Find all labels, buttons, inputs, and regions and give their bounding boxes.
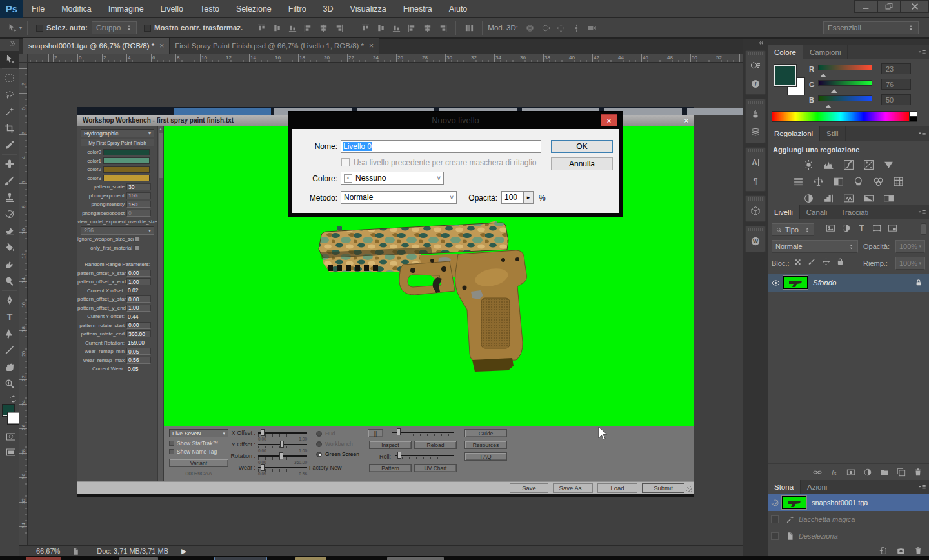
menu-visualizza[interactable]: Visualizza	[342, 0, 395, 18]
channel-gradient-slider[interactable]	[818, 80, 872, 86]
layer-color-dropdown[interactable]: × Nessuno ˅	[341, 172, 444, 185]
channel-value-input[interactable]: 50	[881, 94, 911, 105]
parameter-checkbox[interactable]	[134, 245, 139, 250]
channel-mixer-adjustment-button[interactable]	[872, 175, 886, 187]
new-group-folder-button[interactable]	[880, 468, 889, 477]
workbench-close-button[interactable]: ×	[684, 117, 688, 125]
3d-panel-button[interactable]	[746, 202, 765, 220]
taskbar-app-icon[interactable]	[214, 557, 267, 560]
menu-selezione[interactable]: Selezione	[228, 0, 280, 18]
resources-button[interactable]: Resources	[464, 441, 507, 449]
tab-stili[interactable]: Stili	[820, 126, 846, 141]
menu-immagine[interactable]: Immagine	[100, 0, 152, 18]
tool-line[interactable]	[0, 342, 19, 359]
layer-filter-dropdown[interactable]: Tipo	[772, 223, 814, 236]
color-lookup-adjustment-button[interactable]	[892, 175, 906, 187]
tool-smudge[interactable]	[0, 256, 19, 273]
drag-grip[interactable]	[748, 52, 763, 55]
3d-roll-icon[interactable]	[538, 21, 552, 34]
drag-grip[interactable]	[748, 101, 763, 104]
finish-style-dropdown[interactable]: Hydrographic▾	[81, 129, 154, 137]
history-item[interactable]: Deseleziona	[768, 528, 929, 545]
smart-object-filter-button[interactable]	[888, 223, 897, 233]
tool-brush[interactable]	[0, 172, 19, 189]
lock-all-button[interactable]	[836, 257, 844, 266]
history-source-checkbox[interactable]	[771, 532, 779, 540]
variant-button[interactable]: Variant	[169, 459, 228, 467]
3d-slide-icon[interactable]	[569, 21, 583, 34]
tool-move[interactable]	[0, 51, 19, 68]
menu-livello[interactable]: Livello	[152, 0, 192, 18]
slider-track[interactable]	[395, 455, 454, 456]
channel-slider-handle[interactable]	[825, 101, 832, 108]
color-balance-adjustment-button[interactable]	[812, 175, 826, 187]
w-badge-panel-button[interactable]: W	[746, 232, 765, 250]
taskbar-app-icon[interactable]	[26, 557, 61, 560]
slider-rotation[interactable]: Rotation :0.00360.00	[258, 453, 307, 463]
layer-style-fx-button[interactable]: fx	[830, 468, 839, 477]
minimize-button[interactable]	[854, 0, 877, 13]
invert-adjustment-button[interactable]	[801, 192, 815, 204]
resize-grip[interactable]	[686, 486, 692, 492]
parameter-input[interactable]: 0.05	[126, 348, 151, 355]
panel-menu-icon[interactable]	[917, 208, 926, 217]
guide-button[interactable]: Guide	[464, 429, 507, 437]
distribute-spacing-icon[interactable]	[462, 21, 476, 34]
collapse-tools-button[interactable]	[0, 39, 19, 49]
tab-canali[interactable]: Canali	[800, 205, 835, 219]
parameter-input[interactable]: 360.00	[126, 330, 151, 337]
foreground-color-swatch[interactable]	[774, 65, 796, 86]
finish-color-swatch[interactable]	[103, 175, 150, 181]
menu-finestra[interactable]: Finestra	[395, 0, 441, 18]
tab-close-icon[interactable]: ×	[369, 41, 374, 50]
parameter-checkbox[interactable]	[134, 237, 139, 242]
radio-circle[interactable]	[316, 431, 322, 437]
distribute-right-edges-icon[interactable]	[435, 21, 450, 34]
tab-tracciati[interactable]: Tracciati	[834, 205, 875, 219]
reload-button[interactable]: Reload	[414, 441, 457, 449]
tool-clone-stamp[interactable]	[0, 189, 19, 206]
taskbar-app-icon[interactable]	[387, 557, 444, 560]
save-as--button[interactable]: Save As...	[553, 483, 593, 493]
panel-menu-icon[interactable]	[917, 130, 926, 139]
tool-type[interactable]: T	[0, 308, 19, 325]
tool-history-brush[interactable]	[0, 206, 19, 223]
background-color-swatch[interactable]	[8, 412, 19, 424]
tool-paint-bucket[interactable]	[0, 239, 19, 256]
parameter-input[interactable]: 0.56	[126, 357, 151, 364]
quick-mask-button[interactable]	[1, 429, 21, 445]
auto-select-group-dropdown[interactable]: Gruppo	[92, 21, 137, 34]
lock-transparency-button[interactable]	[794, 257, 802, 266]
delete-state-button[interactable]	[914, 546, 923, 555]
finish-color-swatch[interactable]	[103, 166, 150, 173]
tab-close-icon[interactable]: ×	[159, 41, 164, 50]
tool-preset-caret-icon[interactable]: ▾	[19, 25, 22, 31]
move-tool-icon[interactable]	[5, 21, 19, 34]
curves-adjustment-button[interactable]	[841, 159, 855, 170]
dialog-close-button[interactable]: ×	[601, 114, 617, 126]
tab-regolazioni[interactable]: Regolazioni	[768, 126, 820, 141]
ok-button[interactable]: OK	[551, 140, 613, 153]
tool-eyedropper[interactable]	[0, 137, 19, 154]
channel-value-input[interactable]: 23	[881, 63, 911, 74]
taskbar-app-icon[interactable]	[295, 557, 326, 560]
history-source-checkbox[interactable]	[771, 515, 779, 523]
levels-adjustment-button[interactable]	[821, 159, 835, 170]
finish-color-swatch[interactable]	[103, 157, 150, 164]
weapon-dropdown[interactable]: Five-SeveN▾	[169, 429, 228, 437]
tab-campioni[interactable]: Campioni	[803, 45, 848, 59]
cancel-button[interactable]: Annulla	[551, 157, 613, 170]
new-layer-button[interactable]	[897, 468, 906, 477]
tool-zoom[interactable]	[0, 375, 19, 392]
layer-thumbnail[interactable]	[783, 276, 808, 289]
checkbox-box[interactable]	[169, 441, 174, 446]
selective-color-adjustment-button[interactable]	[881, 192, 895, 204]
color-spectrum-ramp[interactable]	[772, 111, 910, 122]
slider-track[interactable]	[258, 467, 307, 468]
tool-eraser[interactable]	[0, 223, 19, 239]
document-tab[interactable]: snapshot0001.tga @ 66,7% (RGB/8) *×	[23, 38, 170, 54]
uv-chart-button[interactable]: UV Chart	[414, 464, 457, 472]
parameter-input[interactable]: 0.00	[126, 295, 151, 303]
roll-slider[interactable]	[395, 452, 454, 463]
pause-button[interactable]: ||	[368, 429, 383, 437]
